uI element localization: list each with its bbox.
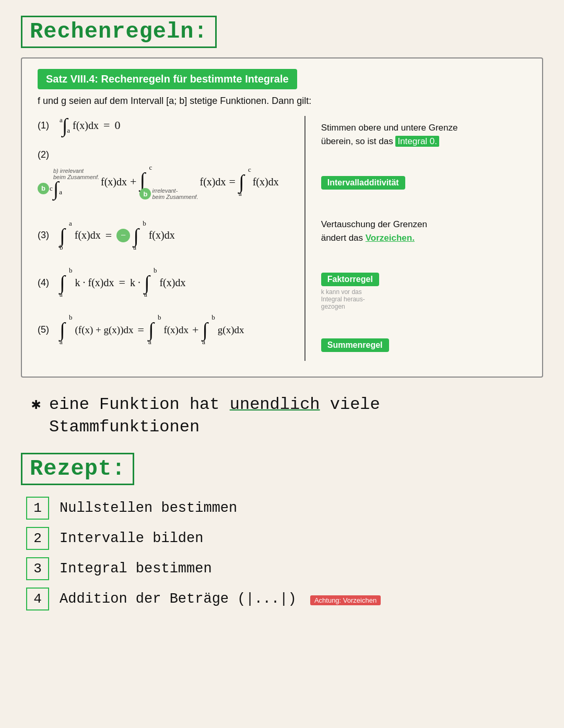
rule-3: (3) a ∫ b f(x)dx = − b ∫ — [38, 219, 289, 252]
rule-2-number: (2) — [38, 149, 53, 160]
highlight-integral-0: Integral 0. — [395, 136, 439, 147]
theorem-header: Satz VIII.4: Rechenregeln für bestimmte … — [38, 69, 297, 89]
recipe-list: 1 Nullstellen bestimmen 2 Intervalle bil… — [26, 497, 543, 610]
underline-unendlich: unendlich — [230, 395, 320, 414]
recipe-number-4: 4 — [26, 588, 49, 610]
warning-badge: Achtung: Vorzeichen — [310, 595, 381, 605]
note-1: Stimmen obere und untere Grenze überein,… — [321, 121, 526, 148]
rule-4-formula: b ∫ a k · f(x)dx = k · b ∫ a f(x)dx — [60, 266, 185, 299]
recipe-text-3: Integral bestimmen — [60, 561, 212, 577]
note-5: Summenregel — [321, 338, 526, 352]
star-symbol: ✱ — [31, 394, 41, 414]
rule-3-formula: a ∫ b f(x)dx = − b ∫ a f(x)dx — [60, 219, 175, 252]
recipe-text-1: Nullstellen bestimmen — [60, 500, 237, 516]
recipe-number-2: 2 — [26, 527, 49, 550]
theorem-rules: (1) a a ∫ a a f(x)dx = — [38, 116, 306, 361]
note-2: Intervalladditivität — [321, 176, 526, 190]
annotation-b-circle: b — [38, 183, 49, 194]
rule-1-formula: a a ∫ a a f(x)dx = 0 — [60, 116, 120, 135]
rule-2-formula: b) irrelevantbeim Zusammenf. b c ∫ a f(x… — [38, 163, 279, 201]
star-text: eine Funktion hat unendlich viele Stammf… — [49, 393, 380, 438]
recipe-text-4: Addition der Beträge (|...|) Achtung: Vo… — [60, 591, 381, 607]
star-note: ✱ eine Funktion hat unendlich viele Stam… — [31, 393, 543, 438]
rule-2: (2) b) irrelevantbeim Zusammenf. b c ∫ a — [38, 149, 289, 201]
theorem-intro: f und g seien auf dem Intervall [a; b] s… — [38, 96, 526, 107]
page-title: Rechenregeln: — [21, 16, 217, 48]
recipe-item-3: 3 Integral bestimmen — [26, 557, 543, 580]
recipe-item-1: 1 Nullstellen bestimmen — [26, 497, 543, 520]
recipe-text-2: Intervalle bilden — [60, 531, 203, 546]
recipe-item-4: 4 Addition der Beträge (|...|) Achtung: … — [26, 588, 543, 610]
recipe-number-1: 1 — [26, 497, 49, 520]
note-4: Faktorregel k kann vor dasIntegral herau… — [321, 273, 526, 310]
rule-3-number: (3) — [38, 230, 53, 241]
rule-1-number: (1) — [38, 120, 53, 131]
highlight-vorzeichen: Vorzeichen. — [366, 233, 415, 243]
recipe-number-3: 3 — [26, 557, 49, 580]
note-3: Vertauschung der Grenzen ändert das Vorz… — [321, 218, 526, 244]
recipe-item-2: 2 Intervalle bilden — [26, 527, 543, 550]
rule-4-number: (4) — [38, 277, 53, 288]
theorem-notes: Stimmen obere und untere Grenze überein,… — [306, 116, 526, 361]
rezept-title: Rezept: — [21, 453, 134, 485]
rule-5-number: (5) — [38, 324, 53, 335]
rule-5: (5) b ∫ a (f(x) + g(x))dx = b ∫ a f(x)dx — [38, 313, 289, 346]
theorem-box: Satz VIII.4: Rechenregeln für bestimmte … — [21, 57, 543, 378]
rule-5-formula: b ∫ a (f(x) + g(x))dx = b ∫ a f(x)dx + b — [60, 313, 244, 346]
rule-1: (1) a a ∫ a a f(x)dx = — [38, 116, 289, 135]
annotation-b-circle-2: b — [139, 188, 151, 199]
rule-4: (4) b ∫ a k · f(x)dx = k · b ∫ a f( — [38, 266, 289, 299]
